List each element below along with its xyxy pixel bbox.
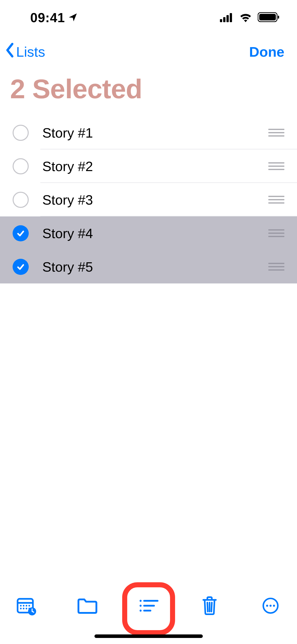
drag-handle-icon[interactable] (268, 162, 284, 170)
drag-handle-icon[interactable] (268, 229, 284, 237)
svg-rect-5 (259, 14, 276, 20)
list-item-label: Story #2 (42, 158, 268, 174)
battery-icon (258, 10, 279, 25)
done-button[interactable]: Done (249, 44, 284, 60)
status-indicators (220, 10, 279, 25)
chevron-left-icon (5, 43, 15, 61)
back-button[interactable]: Lists (5, 43, 45, 61)
status-time: 09:41 (30, 10, 65, 25)
svg-point-12 (28, 605, 30, 606)
status-time-group: 09:41 (30, 10, 78, 25)
drag-handle-icon[interactable] (268, 196, 284, 204)
svg-point-14 (23, 608, 24, 609)
calendar-button[interactable] (15, 595, 38, 618)
delete-button[interactable] (198, 595, 221, 618)
svg-point-30 (273, 605, 275, 607)
svg-rect-6 (278, 16, 279, 19)
svg-point-11 (26, 605, 27, 606)
list-icon (139, 598, 158, 614)
status-bar: 09:41 (0, 0, 297, 35)
svg-rect-0 (220, 19, 222, 22)
location-icon (68, 10, 78, 25)
list-item[interactable]: Story #1 (0, 116, 297, 149)
list-item-label: Story #1 (42, 125, 268, 141)
folder-icon (77, 597, 98, 615)
drag-handle-icon[interactable] (268, 129, 284, 137)
trash-icon (202, 596, 218, 617)
svg-point-20 (140, 610, 142, 612)
list-item-label: Story #4 (42, 226, 268, 241)
checkmark-circle-icon[interactable] (13, 259, 29, 275)
nav-bar: Lists Done (0, 35, 297, 68)
list-item[interactable]: Story #4 (0, 216, 297, 250)
more-button[interactable] (259, 595, 282, 618)
svg-point-28 (266, 605, 268, 607)
move-to-folder-button[interactable] (76, 595, 99, 618)
svg-point-13 (20, 608, 21, 609)
svg-point-19 (140, 605, 142, 607)
svg-line-24 (207, 603, 208, 612)
svg-point-10 (23, 605, 24, 606)
checkmark-circle-icon[interactable] (13, 225, 29, 241)
list-item[interactable]: Story #2 (0, 149, 297, 183)
svg-rect-2 (226, 15, 229, 22)
drag-handle-icon[interactable] (268, 263, 284, 271)
cellular-icon (220, 10, 234, 25)
svg-point-29 (270, 605, 272, 607)
svg-rect-1 (223, 17, 225, 22)
page-title: 2 Selected (10, 73, 142, 105)
list-item[interactable]: Story #5 (0, 250, 297, 283)
back-label: Lists (16, 44, 45, 60)
svg-point-9 (20, 605, 21, 606)
radio-empty-icon[interactable] (13, 192, 29, 208)
bottom-toolbar (0, 591, 297, 621)
svg-line-26 (211, 603, 212, 612)
svg-point-15 (26, 608, 27, 609)
radio-empty-icon[interactable] (13, 158, 29, 174)
wifi-icon (239, 10, 252, 25)
calendar-clock-icon (16, 596, 37, 617)
list-item-label: Story #3 (42, 192, 268, 208)
radio-empty-icon[interactable] (13, 125, 29, 141)
ellipsis-circle-icon (262, 597, 279, 615)
list-item[interactable]: Story #3 (0, 183, 297, 216)
home-indicator[interactable] (94, 634, 203, 638)
svg-rect-3 (230, 13, 232, 22)
reminder-list: Story #1Story #2Story #3Story #4Story #5 (0, 116, 297, 283)
svg-point-18 (140, 600, 142, 602)
list-item-label: Story #5 (42, 259, 268, 275)
list-options-button[interactable] (137, 595, 160, 618)
